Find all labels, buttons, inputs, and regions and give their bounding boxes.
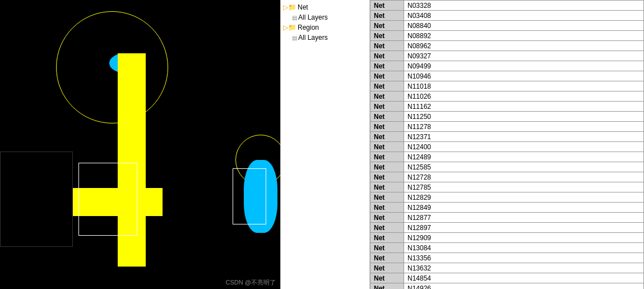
- net-type-cell: Net: [370, 81, 404, 91]
- net-type-cell: Net: [370, 51, 404, 61]
- layer-label: All Layers: [298, 34, 328, 42]
- net-name-cell: N10946: [404, 71, 644, 81]
- folder-expand-icon[interactable]: ▷📁: [283, 24, 296, 31]
- net-name-cell: N03408: [404, 11, 644, 21]
- table-row[interactable]: NetN12400: [370, 142, 644, 152]
- net-type-cell: Net: [370, 1, 404, 11]
- net-name-cell: N08892: [404, 31, 644, 41]
- table-row[interactable]: NetN12897: [370, 223, 644, 233]
- table-row[interactable]: NetN13632: [370, 263, 644, 273]
- net-name-cell: N12897: [404, 223, 644, 233]
- pcb-component-outline-2: [233, 168, 266, 224]
- net-type-cell: Net: [370, 213, 404, 223]
- folder-label: Region: [298, 24, 319, 31]
- net-type-cell: Net: [370, 41, 404, 51]
- net-name-cell: N12909: [404, 233, 644, 243]
- table-row[interactable]: NetN12829: [370, 192, 644, 203]
- net-type-cell: Net: [370, 102, 404, 112]
- net-name-cell: N12371: [404, 132, 644, 142]
- tree-layer-item[interactable]: ▤All Layers: [281, 12, 369, 22]
- net-type-cell: Net: [370, 172, 404, 182]
- net-name-cell: N12400: [404, 142, 644, 152]
- net-name-cell: N14854: [404, 273, 644, 283]
- table-row[interactable]: NetN14854: [370, 273, 644, 283]
- net-name-cell: N12849: [404, 203, 644, 213]
- table-row[interactable]: NetN12785: [370, 182, 644, 192]
- table-row[interactable]: NetN03328: [370, 1, 644, 11]
- table-row[interactable]: NetN12877: [370, 213, 644, 223]
- table-row[interactable]: NetN13084: [370, 243, 644, 253]
- net-type-cell: Net: [370, 203, 404, 213]
- table-row[interactable]: NetN08892: [370, 31, 644, 41]
- net-name-cell: N08840: [404, 21, 644, 31]
- net-name-cell: N08962: [404, 41, 644, 51]
- table-row[interactable]: NetN11018: [370, 81, 644, 91]
- pcb-region-left: [0, 152, 73, 247]
- net-type-cell: Net: [370, 122, 404, 132]
- table-row[interactable]: NetN11026: [370, 91, 644, 102]
- net-name-cell: N03328: [404, 1, 644, 11]
- net-name-cell: N12585: [404, 162, 644, 172]
- net-type-cell: Net: [370, 223, 404, 233]
- net-type-cell: Net: [370, 192, 404, 203]
- table-row[interactable]: NetN09327: [370, 51, 644, 61]
- table-row[interactable]: NetN13356: [370, 253, 644, 263]
- net-name-cell: N14926: [404, 283, 644, 290]
- net-type-cell: Net: [370, 233, 404, 243]
- net-name-cell: N11278: [404, 122, 644, 132]
- layer-icon: ▤: [292, 35, 297, 41]
- table-row[interactable]: NetN12585: [370, 162, 644, 172]
- folder-expand-icon[interactable]: ▷📁: [283, 3, 296, 11]
- net-type-cell: Net: [370, 31, 404, 41]
- table-row[interactable]: NetN12489: [370, 152, 644, 162]
- net-name-cell: N12785: [404, 182, 644, 192]
- net-type-cell: Net: [370, 61, 404, 71]
- net-name-cell: N09327: [404, 51, 644, 61]
- watermark: CSDN @不亮明了: [226, 278, 276, 287]
- table-row[interactable]: NetN09499: [370, 61, 644, 71]
- table-row[interactable]: NetN14926: [370, 283, 644, 290]
- net-list-panel[interactable]: NetN03328NetN03408NetN08840NetN08892NetN…: [370, 0, 644, 289]
- tree-layer-item[interactable]: ▤All Layers: [281, 33, 369, 43]
- table-row[interactable]: NetN10946: [370, 71, 644, 81]
- net-type-cell: Net: [370, 71, 404, 81]
- net-type-cell: Net: [370, 253, 404, 263]
- net-name-cell: N11018: [404, 81, 644, 91]
- tree-folder-item[interactable]: ▷📁Net: [281, 2, 369, 12]
- table-row[interactable]: NetN08962: [370, 41, 644, 51]
- table-row[interactable]: NetN11278: [370, 122, 644, 132]
- net-name-cell: N11250: [404, 112, 644, 122]
- net-type-cell: Net: [370, 21, 404, 31]
- layer-tree-panel: ▷📁Net▤All Layers▷📁Region▤All Layers: [280, 0, 370, 289]
- table-row[interactable]: NetN12909: [370, 233, 644, 243]
- table-row[interactable]: NetN12728: [370, 172, 644, 182]
- pcb-canvas[interactable]: CSDN @不亮明了: [0, 0, 280, 289]
- layer-label: All Layers: [298, 13, 328, 21]
- net-type-cell: Net: [370, 273, 404, 283]
- layer-icon: ▤: [292, 15, 297, 21]
- table-row[interactable]: NetN12371: [370, 132, 644, 142]
- table-row[interactable]: NetN03408: [370, 11, 644, 21]
- net-type-cell: Net: [370, 132, 404, 142]
- net-name-cell: N12489: [404, 152, 644, 162]
- tree-folder-item[interactable]: ▷📁Region: [281, 22, 369, 33]
- net-type-cell: Net: [370, 283, 404, 290]
- net-name-cell: N11026: [404, 91, 644, 102]
- net-type-cell: Net: [370, 162, 404, 172]
- net-name-cell: N12877: [404, 213, 644, 223]
- net-type-cell: Net: [370, 112, 404, 122]
- pcb-component-outline-1: [78, 163, 137, 236]
- net-name-cell: N13084: [404, 243, 644, 253]
- folder-label: Net: [298, 3, 308, 11]
- net-type-cell: Net: [370, 152, 404, 162]
- net-type-cell: Net: [370, 142, 404, 152]
- table-row[interactable]: NetN11162: [370, 102, 644, 112]
- net-type-cell: Net: [370, 263, 404, 273]
- net-type-cell: Net: [370, 11, 404, 21]
- table-row[interactable]: NetN08840: [370, 21, 644, 31]
- net-table: NetN03328NetN03408NetN08840NetN08892NetN…: [370, 0, 644, 289]
- net-name-cell: N11162: [404, 102, 644, 112]
- table-row[interactable]: NetN11250: [370, 112, 644, 122]
- net-type-cell: Net: [370, 243, 404, 253]
- table-row[interactable]: NetN12849: [370, 203, 644, 213]
